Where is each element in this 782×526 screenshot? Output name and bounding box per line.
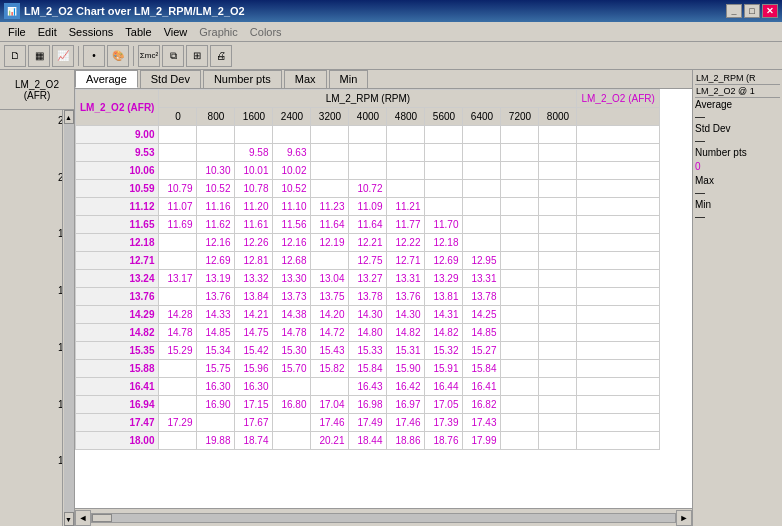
data-cell: 12.81 — [235, 252, 273, 270]
data-cell: 12.22 — [387, 234, 425, 252]
data-cell — [159, 396, 197, 414]
row-header-afr: 16.94 — [76, 396, 159, 414]
data-cell — [159, 126, 197, 144]
menu-edit[interactable]: Edit — [32, 22, 63, 41]
data-cell — [539, 126, 577, 144]
vertical-scrollbar[interactable]: ▲ ▼ — [62, 110, 74, 526]
data-cell: 14.78 — [273, 324, 311, 342]
data-cell — [463, 198, 501, 216]
menu-graphic[interactable]: Graphic — [193, 22, 244, 41]
toolbar-btn-tag[interactable]: Σmc² — [138, 45, 160, 67]
menu-view[interactable]: View — [158, 22, 194, 41]
data-cell — [501, 234, 539, 252]
scroll-track-h — [91, 513, 676, 523]
scroll-left-btn[interactable]: ◄ — [75, 510, 91, 526]
row-header-afr: 16.41 — [76, 378, 159, 396]
menu-sessions[interactable]: Sessions — [63, 22, 120, 41]
scroll-down-btn[interactable]: ▼ — [64, 512, 74, 526]
tab-min[interactable]: Min — [329, 70, 369, 88]
scroll-right-btn[interactable]: ► — [676, 510, 692, 526]
scroll-up-btn[interactable]: ▲ — [64, 110, 74, 124]
data-cell: 15.33 — [349, 342, 387, 360]
toolbar-btn-color[interactable]: 🎨 — [107, 45, 129, 67]
data-cell — [539, 198, 577, 216]
data-cell: 11.56 — [273, 216, 311, 234]
data-cell — [539, 288, 577, 306]
data-cell: 17.39 — [425, 414, 463, 432]
data-cell: 14.78 — [159, 324, 197, 342]
data-cell: 14.72 — [311, 324, 349, 342]
data-cell — [539, 216, 577, 234]
data-cell: 17.49 — [349, 414, 387, 432]
rpm-4800: 4800 — [387, 108, 425, 126]
data-cell: 12.18 — [425, 234, 463, 252]
table-row: 11.6511.6911.6211.6111.5611.6411.6411.77… — [76, 216, 660, 234]
data-cell: 16.43 — [349, 378, 387, 396]
data-cell: 13.04 — [311, 270, 349, 288]
rpm-8000: 8000 — [539, 108, 577, 126]
toolbar-btn-print[interactable]: 🖨 — [210, 45, 232, 67]
table-row: 14.8214.7814.8514.7514.7814.7214.8014.82… — [76, 324, 660, 342]
data-table-container[interactable]: LM_2_O2 (AFR) LM_2_RPM (RPM) LM_2_O2 (AF… — [75, 89, 692, 508]
data-cell: 16.42 — [387, 378, 425, 396]
toolbar-btn-chart[interactable]: 📈 — [52, 45, 74, 67]
data-cell: 12.21 — [349, 234, 387, 252]
row-header-afr: 14.29 — [76, 306, 159, 324]
data-cell — [159, 234, 197, 252]
tab-max[interactable]: Max — [284, 70, 327, 88]
table-row: 9.539.589.63 — [76, 144, 660, 162]
data-cell: 17.67 — [235, 414, 273, 432]
data-cell: 14.85 — [463, 324, 501, 342]
data-cell: 11.10 — [273, 198, 311, 216]
data-cell — [311, 126, 349, 144]
data-cell: 11.16 — [197, 198, 235, 216]
data-cell: 18.74 — [235, 432, 273, 450]
data-cell — [501, 270, 539, 288]
data-cell — [311, 180, 349, 198]
menu-table[interactable]: Table — [119, 22, 157, 41]
toolbar-btn-copy[interactable]: ⧉ — [162, 45, 184, 67]
menu-colors[interactable]: Colors — [244, 22, 288, 41]
tab-stddev[interactable]: Std Dev — [140, 70, 201, 88]
toolbar-btn-1[interactable]: 🗋 — [4, 45, 26, 67]
data-cell-extra — [577, 360, 659, 378]
close-button[interactable]: ✕ — [762, 4, 778, 18]
col-header-rpm: LM_2_RPM (RPM) — [159, 90, 577, 108]
data-cell-extra — [577, 288, 659, 306]
separator-1 — [78, 46, 79, 66]
window-icon: 📊 — [4, 3, 20, 19]
data-cell-extra — [577, 234, 659, 252]
data-cell: 13.76 — [387, 288, 425, 306]
data-cell: 13.73 — [273, 288, 311, 306]
data-cell — [539, 180, 577, 198]
menu-file[interactable]: File — [2, 22, 32, 41]
data-cell — [273, 126, 311, 144]
data-cell-extra — [577, 144, 659, 162]
rpm-6400: 6400 — [463, 108, 501, 126]
minimize-button[interactable]: _ — [726, 4, 742, 18]
data-cell: 15.96 — [235, 360, 273, 378]
data-cell — [273, 378, 311, 396]
data-cell — [501, 216, 539, 234]
data-cell: 12.16 — [197, 234, 235, 252]
data-cell: 15.84 — [463, 360, 501, 378]
tab-numberpts[interactable]: Number pts — [203, 70, 282, 88]
data-cell — [539, 396, 577, 414]
table-row: 10.0610.3010.0110.02 — [76, 162, 660, 180]
data-cell: 15.27 — [463, 342, 501, 360]
toolbar-btn-filter[interactable]: ⊞ — [186, 45, 208, 67]
tab-average[interactable]: Average — [75, 70, 138, 88]
scroll-track-v — [64, 124, 74, 512]
data-cell: 14.80 — [349, 324, 387, 342]
data-cell: 14.82 — [425, 324, 463, 342]
data-cell: 13.17 — [159, 270, 197, 288]
maximize-button[interactable]: □ — [744, 4, 760, 18]
toolbar-btn-dot[interactable]: • — [83, 45, 105, 67]
data-cell-extra — [577, 252, 659, 270]
toolbar-btn-table[interactable]: ▦ — [28, 45, 50, 67]
bottom-scrollbar[interactable]: ◄ ► — [75, 508, 692, 526]
data-cell: 17.15 — [235, 396, 273, 414]
data-cell — [197, 144, 235, 162]
data-cell — [501, 414, 539, 432]
row-header-afr: 10.06 — [76, 162, 159, 180]
